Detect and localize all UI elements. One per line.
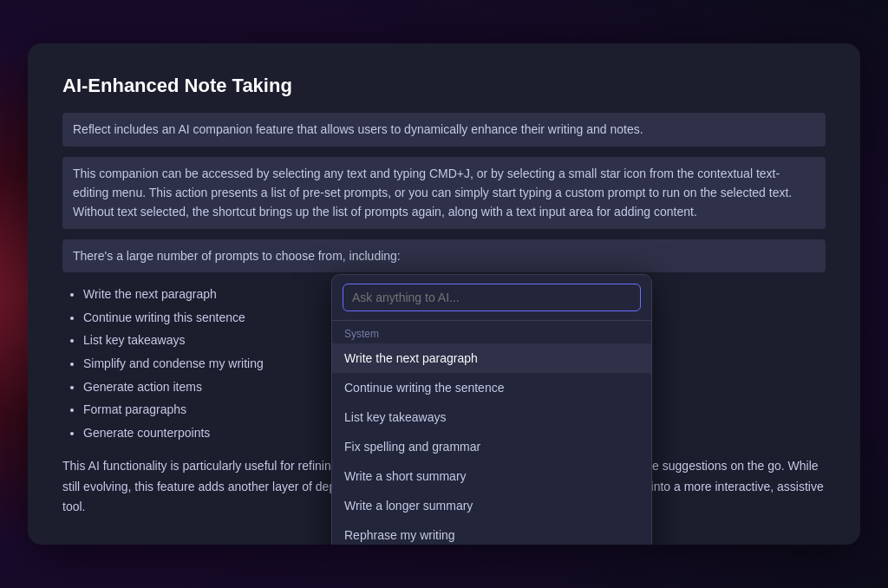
ai-dropdown: System Write the next paragraph Continue… (331, 274, 652, 544)
list-item: Simplify and condense my writing (83, 352, 323, 376)
highlight-block-2: This companion can be accessed by select… (62, 157, 826, 229)
dropdown-item-4[interactable]: Write a short summary (332, 461, 651, 491)
dropdown-item-6[interactable]: Rephrase my writing (332, 520, 651, 544)
dropdown-item-1[interactable]: Continue writing the sentence (332, 373, 651, 402)
highlight-block-1: Reflect includes an AI companion feature… (62, 113, 826, 146)
dropdown-item-3[interactable]: Fix spelling and grammar (332, 432, 651, 461)
list-section: Write the next paragraph Continue writin… (62, 283, 826, 444)
page-title: AI-Enhanced Note Taking (62, 75, 826, 97)
bullet-list: Write the next paragraph Continue writin… (62, 283, 323, 444)
main-card: AI-Enhanced Note Taking Reflect includes… (28, 43, 860, 544)
dropdown-input-wrap (332, 275, 651, 321)
list-item: Generate counterpoints (83, 421, 323, 445)
list-item: Write the next paragraph (83, 283, 323, 306)
dropdown-item-0[interactable]: Write the next paragraph (332, 343, 651, 373)
list-item: Generate action items (83, 376, 323, 399)
dropdown-item-5[interactable]: Write a longer summary (332, 491, 651, 520)
highlight-block-3: There's a large number of prompts to cho… (62, 239, 826, 272)
dropdown-item-2[interactable]: List key takeaways (332, 402, 651, 432)
dropdown-section-label: System (332, 321, 651, 343)
list-item: Continue writing this sentence (83, 306, 323, 330)
list-item: List key takeaways (83, 329, 323, 352)
list-item: Format paragraphs (83, 398, 323, 421)
ai-search-input[interactable] (343, 284, 641, 311)
